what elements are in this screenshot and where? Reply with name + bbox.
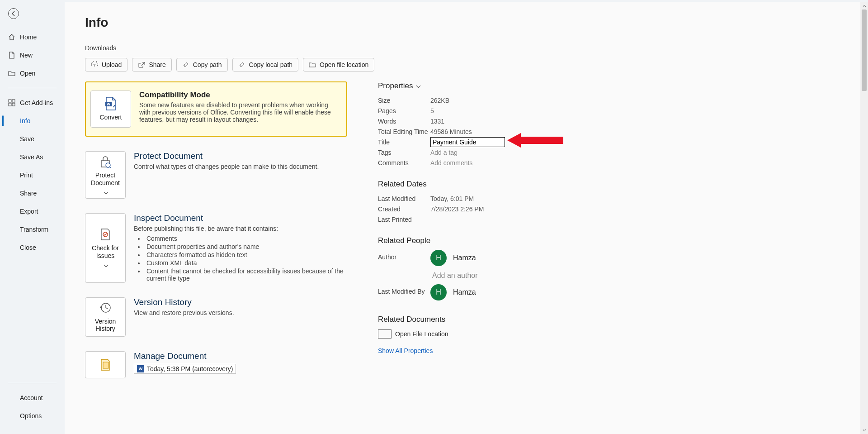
svg-text:W: W: [107, 102, 110, 106]
upload-icon: [91, 61, 98, 68]
inspect-icon: [99, 228, 112, 241]
upload-button[interactable]: Upload: [85, 58, 127, 72]
convert-button[interactable]: W Convert: [90, 91, 131, 128]
back-button[interactable]: [8, 8, 19, 19]
inspect-list: Comments Document properties and author'…: [134, 235, 347, 282]
nav-open[interactable]: Open: [0, 64, 65, 82]
addins-icon: [8, 99, 15, 106]
svg-rect-10: [103, 362, 108, 368]
tags-input[interactable]: Add a tag: [430, 149, 458, 156]
properties-dropdown[interactable]: Properties: [378, 81, 568, 91]
nav-print[interactable]: Print: [0, 166, 65, 184]
scroll-down-button[interactable]: [860, 426, 868, 434]
nav-save-as[interactable]: Save As: [0, 148, 65, 166]
nav-info[interactable]: Info: [0, 112, 65, 130]
nav-label: Print: [20, 172, 33, 179]
nav-close[interactable]: Close: [0, 238, 65, 257]
nav-label: Options: [20, 412, 42, 420]
compat-title: Compatibility Mode: [139, 91, 336, 100]
prop-title-label: Title: [378, 138, 430, 146]
avatar: H: [430, 284, 447, 300]
autorecovery-version[interactable]: W Today, 5:38 PM (autorecovery): [134, 364, 236, 374]
nav-label: Save: [20, 135, 34, 143]
nav-label: Get Add-ins: [20, 99, 53, 106]
protect-document-button[interactable]: Protect Document: [85, 151, 126, 199]
inspect-section: Check for Issues Inspect Document Before…: [85, 213, 347, 283]
check-for-issues-button[interactable]: Check for Issues: [85, 213, 126, 283]
last-modified-by-name: Hamza: [453, 288, 476, 296]
chevron-down-icon: [416, 83, 421, 88]
nav-label: Close: [20, 244, 36, 251]
copy-path-button[interactable]: Copy path: [176, 58, 228, 72]
protect-title: Protect Document: [134, 151, 347, 161]
scroll-up-button[interactable]: [860, 2, 868, 10]
nav-save[interactable]: Save: [0, 130, 65, 148]
inspect-item: Content that cannot be checked for acces…: [145, 267, 347, 282]
nav-home[interactable]: Home: [0, 28, 65, 46]
nav-export[interactable]: Export: [0, 202, 65, 220]
author-label: Author: [378, 250, 430, 280]
related-dates-header: Related Dates: [378, 180, 568, 189]
created-label: Created: [378, 205, 430, 213]
nav-label: Account: [20, 394, 43, 401]
version-history-section: Version History Version History View and…: [85, 297, 347, 337]
folder-open-icon: [8, 70, 15, 77]
prop-comments-label: Comments: [378, 159, 430, 167]
word-doc-icon: W: [104, 97, 117, 110]
svg-rect-1: [12, 100, 15, 102]
prop-pages-label: Pages: [378, 107, 430, 114]
manage-doc-icon: [99, 358, 112, 371]
nav-options[interactable]: Options: [0, 407, 65, 425]
nav-label: Save As: [20, 153, 43, 161]
prop-size-label: Size: [378, 97, 430, 104]
info-toolbar: Upload Share Copy path Copy local path O…: [85, 58, 868, 72]
info-left-column: W Convert Compatibility Mode Some new fe…: [85, 81, 347, 378]
open-file-location-link[interactable]: Open File Location: [378, 329, 568, 339]
prop-pages-value: 5: [430, 107, 434, 114]
manage-title: Manage Document: [134, 351, 347, 361]
nav-label: Transform: [20, 226, 48, 233]
open-file-location-button[interactable]: Open file location: [303, 58, 374, 72]
created-value: 7/28/2023 2:26 PM: [430, 205, 484, 213]
version-history-button[interactable]: Version History: [85, 297, 126, 337]
last-modified-by-person[interactable]: H Hamza: [430, 284, 476, 300]
add-author-link[interactable]: Add an author: [432, 272, 478, 280]
inspect-item: Characters formatted as hidden text: [145, 251, 347, 258]
prop-size-value: 262KB: [430, 97, 449, 104]
title-input[interactable]: [430, 137, 505, 147]
chevron-down-icon: [104, 190, 108, 194]
svg-rect-0: [9, 100, 11, 102]
inspect-title: Inspect Document: [134, 213, 347, 223]
back-arrow-icon: [10, 10, 17, 17]
page-title: Info: [85, 15, 868, 30]
folder-icon: [309, 61, 316, 68]
scroll-thumb[interactable]: [862, 10, 867, 91]
nav-transform[interactable]: Transform: [0, 220, 65, 238]
nav-share[interactable]: Share: [0, 184, 65, 202]
show-all-properties-link[interactable]: Show All Properties: [378, 347, 433, 354]
share-button[interactable]: Share: [132, 58, 171, 72]
avatar: H: [430, 250, 447, 266]
new-doc-icon: [8, 52, 15, 59]
nav-addins[interactable]: Get Add-ins: [0, 94, 65, 112]
nav-label: Home: [20, 33, 37, 41]
copy-local-path-button[interactable]: Copy local path: [232, 58, 299, 72]
author-name: Hamza: [453, 254, 476, 262]
protect-section: Protect Document Protect Document Contro…: [85, 151, 347, 199]
file-location-label[interactable]: Downloads: [85, 44, 868, 52]
share-icon: [138, 61, 145, 68]
svg-rect-2: [9, 103, 11, 106]
manage-document-button[interactable]: [85, 351, 126, 378]
properties-panel: Properties Size262KB Pages5 Words1331 To…: [378, 81, 568, 378]
last-printed-label: Last Printed: [378, 216, 430, 223]
chevron-down-icon: [104, 262, 108, 267]
author-person[interactable]: H Hamza: [430, 250, 478, 266]
vertical-scrollbar[interactable]: [860, 2, 868, 434]
related-documents-header: Related Documents: [378, 315, 568, 324]
link-icon: [238, 61, 245, 68]
comments-input[interactable]: Add comments: [430, 159, 472, 167]
compatibility-notice: W Convert Compatibility Mode Some new fe…: [85, 81, 347, 137]
nav-new[interactable]: New: [0, 46, 65, 64]
inspect-item: Comments: [145, 235, 347, 242]
nav-account[interactable]: Account: [0, 389, 65, 407]
